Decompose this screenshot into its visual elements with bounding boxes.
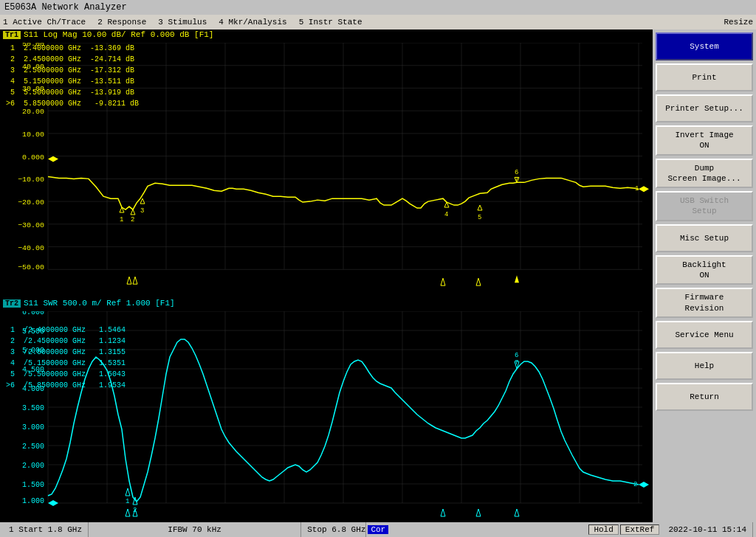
svg-text:7: 7 [515,359,518,367]
main-area: Tr1 S11 Log Mag 10.00 dB/ Ref 0.000 dB [… [0,30,756,522]
menu-instr-state[interactable]: 5 Instr State [299,18,362,27]
svg-text:1.000: 1.000 [22,497,44,505]
svg-text:−40.00: −40.00 [18,244,44,252]
chart1-header: Tr1 S11 Log Mag 10.00 dB/ Ref 0.000 dB [… [0,30,653,40]
svg-text:30.00: 30.00 [22,85,44,93]
help-button[interactable]: Help [656,352,753,380]
svg-text:−30.00: −30.00 [18,221,44,229]
svg-text:3.000: 3.000 [22,423,44,432]
svg-text:−50.00: −50.00 [18,263,44,271]
svg-text:6: 6 [515,169,518,176]
svg-text:1: 1 [635,185,639,193]
status-start: 1 Start 1.8 GHz [3,522,89,537]
chart-area: Tr1 S11 Log Mag 10.00 dB/ Ref 0.000 dB [… [0,30,653,522]
svg-text:5.500: 5.500 [22,328,44,336]
svg-text:4: 4 [444,211,448,218]
menu-bar: 1 Active Ch/Trace 2 Response 3 Stimulus … [0,15,756,30]
status-datetime: 2022-10-11 15:14 [662,522,753,537]
svg-text:5: 5 [478,214,481,221]
menu-stimulus[interactable]: 3 Stimulus [158,18,207,27]
invert-image-button[interactable]: Invert Image ON [656,125,753,156]
svg-text:50.00: 50.00 [22,43,44,48]
return-button[interactable]: Return [656,383,753,411]
status-stop: Stop 6.8 GHz [301,522,366,537]
title-text: E5063A Network Analyzer [4,2,127,13]
svg-text:6.000: 6.000 [22,311,44,316]
title-bar: E5063A Network Analyzer [0,0,756,15]
svg-rect-55 [0,311,650,522]
hold-badge: Hold [588,524,618,535]
menu-mkr[interactable]: 4 Mkr/Analysis [219,18,286,27]
chart1-svg: 50.00 40.00 30.00 20.00 10.00 0.000 −10.… [0,43,650,295]
svg-text:2: 2 [633,481,637,488]
usb-switch-setup-button[interactable]: USB Switch Setup [656,191,753,221]
service-menu-button[interactable]: Service Menu [656,321,753,349]
chart1-header-text: S11 Log Mag 10.00 dB/ Ref 0.000 dB [F1] [24,30,213,39]
svg-text:1: 1 [126,498,129,505]
tr1-badge: Tr1 [3,31,21,39]
svg-text:−10.00: −10.00 [18,176,44,184]
svg-text:3: 3 [140,207,144,215]
svg-text:−20.00: −20.00 [18,198,44,207]
svg-text:2: 2 [131,216,134,224]
svg-text:4.000: 4.000 [22,385,44,393]
svg-text:40.00: 40.00 [22,63,44,71]
svg-text:6: 6 [515,352,518,359]
svg-text:2.000: 2.000 [22,462,44,470]
backlight-button[interactable]: Backlight ON [656,255,753,285]
svg-rect-0 [0,43,650,295]
extref-badge: ExtRef [620,524,660,535]
dump-screen-button[interactable]: Dump Screen Image... [656,159,753,189]
svg-text:0.000: 0.000 [22,153,44,162]
chart2-header-text: S11 SWR 500.0 m/ Ref 1.000 [F1] [24,299,175,308]
svg-text:4.500: 4.500 [22,366,44,374]
menu-active-ch[interactable]: 1 Active Ch/Trace [3,18,86,27]
sidebar: System Print Printer Setup... Invert Ima… [653,30,756,522]
svg-text:20.00: 20.00 [22,108,44,116]
firmware-revision-button[interactable]: Firmware Revision [656,288,753,318]
cor-badge: Cor [368,525,388,534]
print-button[interactable]: Print [656,63,753,91]
chart-panel-2: 1 /2.4000000 GHz 1.5464 2 /2.4500000 GHz… [0,311,653,522]
printer-setup-button[interactable]: Printer Setup... [656,94,753,122]
misc-setup-button[interactable]: Misc Setup [656,224,753,252]
resize-button[interactable]: Resize [724,18,753,27]
svg-text:2.500: 2.500 [22,443,44,451]
svg-text:5.000: 5.000 [22,347,44,355]
chart2-header: Tr2 S11 SWR 500.0 m/ Ref 1.000 [F1] [0,298,653,308]
svg-text:1: 1 [120,216,123,224]
status-ifbw: IFBW 70 kHz [89,522,301,537]
menu-response[interactable]: 2 Response [97,18,146,27]
svg-text:1.500: 1.500 [22,481,44,489]
chart2-header-bar: Tr2 S11 SWR 500.0 m/ Ref 1.000 [F1] [0,295,653,311]
system-button[interactable]: System [656,32,753,60]
tr2-badge: Tr2 [3,299,21,308]
status-bar: 1 Start 1.8 GHz IFBW 70 kHz Stop 6.8 GHz… [0,522,756,537]
chart2-svg: 6.000 5.500 5.000 4.500 4.000 3.500 3.00… [0,311,650,522]
svg-text:7: 7 [515,176,518,184]
chart-panel-1: Tr1 S11 Log Mag 10.00 dB/ Ref 0.000 dB [… [0,30,653,295]
svg-text:3.500: 3.500 [22,404,44,412]
svg-text:10.00: 10.00 [22,131,44,139]
